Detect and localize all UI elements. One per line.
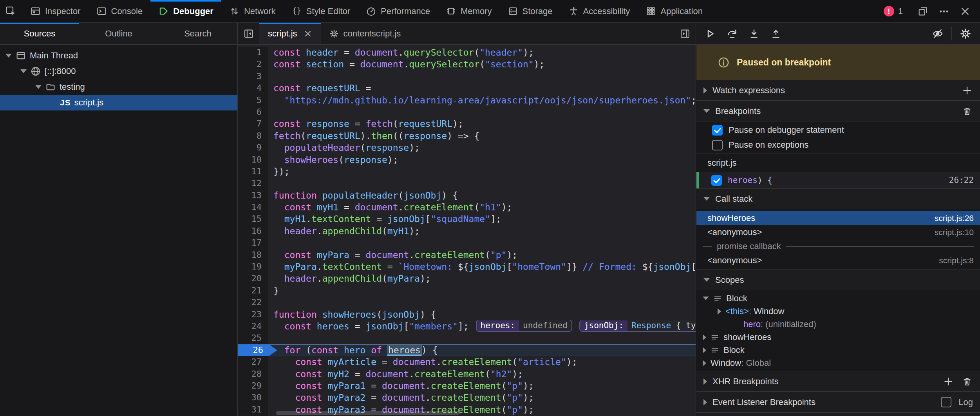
pick-element-button[interactable]: [0, 0, 22, 22]
step-over-button[interactable]: [722, 24, 742, 43]
tab-application[interactable]: Application: [638, 0, 711, 22]
line-number-27[interactable]: 27: [238, 356, 268, 368]
chevron-down-icon[interactable]: [703, 197, 710, 201]
expander-icon[interactable]: [718, 308, 721, 315]
line-number-20[interactable]: 20: [238, 273, 268, 284]
editor-tab-contentscript[interactable]: contentscript.js: [321, 23, 410, 44]
meatball-menu-button[interactable]: [935, 3, 953, 20]
debugger-settings-button[interactable]: [956, 24, 975, 43]
expander-icon[interactable]: [703, 360, 706, 366]
log-checkbox[interactable]: [941, 397, 951, 407]
collapse-sources-panel-button[interactable]: [238, 23, 259, 44]
line-number-19[interactable]: 19: [238, 261, 268, 273]
breakpoint-source-name[interactable]: script.js: [696, 154, 980, 172]
expander-icon[interactable]: [703, 334, 706, 340]
line-number-18[interactable]: 18: [238, 249, 268, 261]
call-stack-frame[interactable]: <anonymous>script.js:10: [696, 225, 980, 239]
horizontal-scrollbar[interactable]: [276, 411, 460, 415]
expander-icon[interactable]: [703, 347, 706, 353]
tab-storage[interactable]: Storage: [500, 0, 561, 22]
line-number-12[interactable]: 12: [238, 177, 268, 189]
line-number-9[interactable]: 9: [238, 142, 268, 154]
tab-console[interactable]: Console: [89, 0, 151, 22]
line-number-17[interactable]: 17: [238, 237, 268, 249]
checkbox[interactable]: [711, 175, 722, 186]
remove-breakpoints-button[interactable]: [961, 105, 973, 117]
line-number-5[interactable]: 5: [238, 94, 268, 106]
call-stack-frame[interactable]: <anonymous>script.js:8: [696, 253, 980, 268]
add-xhr-breakpoint-button[interactable]: [942, 376, 954, 387]
checkbox[interactable]: [712, 125, 723, 136]
line-number-7[interactable]: 7: [238, 118, 268, 130]
scope-row[interactable]: <this>: Window: [696, 305, 980, 318]
line-number-4[interactable]: 4: [238, 82, 268, 94]
line-number-29[interactable]: 29: [238, 380, 268, 392]
step-out-button[interactable]: [766, 24, 786, 43]
collapse-debugger-panel-button[interactable]: [674, 23, 696, 44]
resume-button[interactable]: [700, 24, 720, 43]
line-number-14[interactable]: 14: [238, 201, 268, 213]
line-number-30[interactable]: 30: [238, 392, 268, 403]
breakpoint-option[interactable]: Pause on debugger statement: [696, 123, 980, 137]
tab-accessibility[interactable]: Accessibility: [561, 0, 638, 22]
tab-performance[interactable]: Performance: [358, 0, 438, 22]
line-number-15[interactable]: 15: [238, 213, 268, 225]
tree-item-script-js[interactable]: JSscript.js: [0, 95, 237, 110]
close-tab-icon[interactable]: [304, 29, 312, 38]
line-number-6[interactable]: 6: [238, 106, 268, 118]
tab-inspector[interactable]: Inspector: [22, 0, 89, 22]
chevron-down-icon[interactable]: [703, 278, 710, 282]
line-number-25[interactable]: 25: [238, 332, 268, 344]
editor-tab-scriptjs[interactable]: script.js: [259, 23, 321, 44]
tree-item-testing[interactable]: testing: [0, 79, 237, 95]
code-editor[interactable]: 1const header = document.querySelector("…: [238, 45, 696, 416]
tree-item--8000[interactable]: [::]:8000: [0, 63, 237, 79]
line-number-21[interactable]: 21: [238, 285, 268, 297]
error-count[interactable]: 1: [898, 6, 903, 16]
line-number-1[interactable]: 1: [238, 47, 268, 58]
scope-row[interactable]: Block: [696, 292, 980, 305]
call-stack-frame[interactable]: promise callback: [696, 239, 980, 253]
line-number-10[interactable]: 10: [238, 154, 268, 166]
step-in-button[interactable]: [744, 24, 764, 43]
line-number-3[interactable]: 3: [238, 71, 268, 82]
line-number-23[interactable]: 23: [238, 309, 268, 320]
line-number-24[interactable]: 24: [238, 320, 268, 332]
chevron-down-icon[interactable]: [703, 109, 710, 113]
scope-row[interactable]: Window: Global: [696, 356, 980, 369]
call-stack-frame[interactable]: showHeroesscript.js:26: [696, 211, 980, 225]
tab-style-editor[interactable]: {}Style Editor: [284, 0, 358, 22]
tab-network[interactable]: Network: [221, 0, 284, 22]
remove-xhr-breakpoints-button[interactable]: [961, 376, 973, 387]
scopes-header[interactable]: Scopes: [696, 269, 980, 290]
breakpoint-item[interactable]: heroes) {26:22: [696, 172, 980, 188]
line-number-22[interactable]: 22: [238, 297, 268, 308]
expander-icon[interactable]: [35, 85, 42, 89]
sidebar-tab-outline[interactable]: Outline: [79, 23, 158, 44]
scope-row[interactable]: showHeroes: [696, 331, 980, 344]
tab-memory[interactable]: Memory: [438, 0, 499, 22]
line-number-16[interactable]: 16: [238, 225, 268, 237]
sidebar-tab-sources[interactable]: Sources: [0, 23, 79, 44]
close-devtools-button[interactable]: [956, 3, 974, 20]
error-badge-icon[interactable]: !: [884, 6, 894, 16]
expander-icon[interactable]: [703, 297, 709, 300]
event-listener-breakpoints-header[interactable]: Event Listener Breakpoints Log: [696, 392, 980, 412]
expander-icon[interactable]: [20, 69, 27, 73]
line-number-26[interactable]: 26: [238, 344, 268, 356]
line-number-13[interactable]: 13: [238, 190, 268, 201]
xhr-breakpoints-header[interactable]: XHR Breakpoints: [696, 371, 980, 392]
scope-row[interactable]: hero: (uninitialized): [696, 318, 980, 331]
breakpoints-header[interactable]: Breakpoints: [696, 101, 980, 121]
tab-debugger[interactable]: Debugger: [150, 0, 221, 22]
separate-window-button[interactable]: [914, 3, 931, 20]
breakpoint-option[interactable]: Pause on exceptions: [696, 137, 980, 152]
line-number-28[interactable]: 28: [238, 368, 268, 380]
chevron-right-icon[interactable]: [703, 87, 707, 94]
chevron-right-icon[interactable]: [703, 378, 707, 385]
dom-mutation-breakpoints-header[interactable]: DOM Mutation Breakpoints: [696, 412, 980, 416]
tree-item-main-thread[interactable]: Main Thread: [0, 48, 237, 63]
line-number-2[interactable]: 2: [238, 58, 268, 70]
line-number-11[interactable]: 11: [238, 166, 268, 177]
line-number-8[interactable]: 8: [238, 130, 268, 142]
